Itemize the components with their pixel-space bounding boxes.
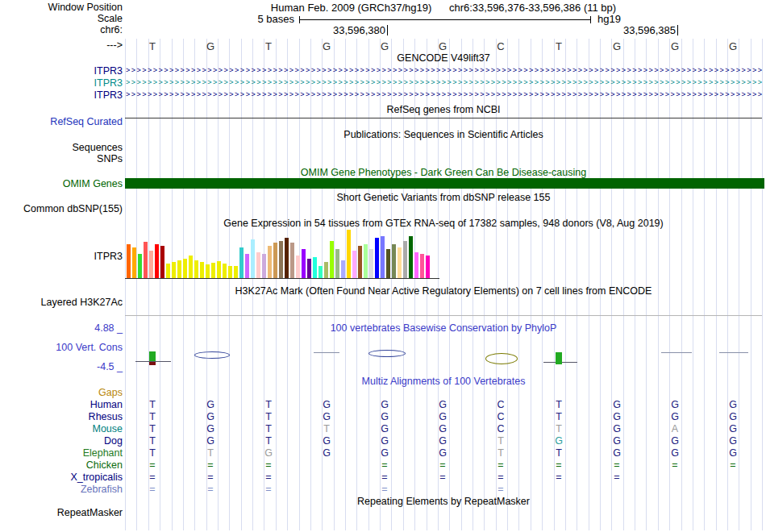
gridline <box>762 39 763 530</box>
track-label-chr[interactable]: chr6: <box>0 24 123 35</box>
gtex-bar <box>160 246 164 278</box>
alignment-base: T <box>149 435 156 447</box>
alignment-base: A <box>672 423 678 435</box>
alignment-base: G <box>729 435 737 447</box>
track-label-phylop-max[interactable]: 4.88 _ <box>0 322 123 334</box>
track-label-rhesus[interactable]: Rhesus <box>0 411 123 422</box>
gtex-bar <box>206 264 210 278</box>
section-title-publications: Publications: Sequences in Scientific Ar… <box>125 129 762 140</box>
gtex-bar <box>234 266 238 278</box>
scale-bar-left-tick <box>299 16 300 23</box>
track-label-vert-cons[interactable]: 100 Vert. Cons <box>0 342 123 353</box>
alignment-base: T <box>149 423 156 435</box>
track-label-direction[interactable]: ---> <box>0 39 123 51</box>
gtex-bar <box>375 238 379 278</box>
track-label-gencode-itpr3-1[interactable]: ITPR3 <box>0 65 123 77</box>
track-label-zebrafish[interactable]: Zebrafish <box>0 484 123 495</box>
ruler-tick-left <box>387 25 388 35</box>
track-label-gaps[interactable]: Gaps <box>0 387 123 398</box>
alignment-base: G <box>555 435 563 447</box>
alignment-base: G <box>323 435 331 447</box>
track-label-mouse[interactable]: Mouse <box>0 423 123 434</box>
gtex-bar <box>386 249 390 278</box>
track-label-x_tropicalis[interactable]: X_tropicalis <box>0 472 123 483</box>
gtex-bar <box>358 246 362 278</box>
phylop-mark <box>368 350 406 357</box>
alignment-base: T <box>149 447 156 459</box>
track-label-scale[interactable]: Scale <box>0 13 123 24</box>
ucsc-genome-browser-image[interactable]: Human Feb. 2009 (GRCh37/hg19) chr6:33,59… <box>0 0 766 532</box>
alignment-base: G <box>381 423 389 435</box>
alignment-base: C <box>497 399 504 411</box>
ruler-base: T <box>265 40 272 52</box>
gtex-bar <box>364 244 368 278</box>
alignment-base: T <box>556 399 562 411</box>
gtex-bar <box>251 239 255 278</box>
alignment-base: = <box>730 459 735 472</box>
gtex-bar <box>302 249 306 278</box>
track-label-snps[interactable]: SNPs <box>0 153 123 164</box>
alignment-base: T <box>556 411 562 423</box>
ruler-base: T <box>556 40 562 52</box>
track-label-chicken[interactable]: Chicken <box>0 459 123 471</box>
track-label-repeatmasker[interactable]: RepeatMasker <box>0 507 123 518</box>
track-label-layered-h3k27ac[interactable]: Layered H3K27Ac <box>0 297 123 308</box>
track-label-human[interactable]: Human <box>0 399 123 410</box>
alignment-base: T <box>556 447 562 459</box>
gtex-bar <box>347 230 351 278</box>
gtex-bar <box>324 262 328 278</box>
alignment-base: = <box>207 459 213 472</box>
alignment-base: G <box>381 411 389 423</box>
gtex-bar <box>335 249 339 278</box>
alignment-base: = <box>497 472 503 484</box>
track-label-refseq-curated[interactable]: RefSeq Curated <box>0 116 123 127</box>
alignment-base: G <box>206 423 214 435</box>
track-label-omim-genes[interactable]: OMIM Genes <box>0 178 123 189</box>
alignment-base: = <box>672 459 677 472</box>
alignment-base: G <box>381 447 389 459</box>
track-label-dog[interactable]: Dog <box>0 435 123 447</box>
ruler-base: G <box>613 40 621 52</box>
gtex-bar <box>245 254 249 278</box>
gencode-transcript-itpr3-2[interactable]: >>>>>>>>>>>>>>>>>>>>>>>>>>>>>>>>>>>>>>>>… <box>126 77 763 88</box>
alignment-base: G <box>671 411 679 423</box>
refseq-transcript-line[interactable] <box>125 118 762 118</box>
gtex-bar <box>217 261 221 278</box>
gtex-bar <box>403 241 407 278</box>
track-label-elephant[interactable]: Elephant <box>0 447 123 459</box>
omim-gene-bar[interactable] <box>125 178 764 189</box>
alignment-base: G <box>206 411 214 423</box>
alignment-base: = <box>265 484 271 496</box>
phylop-mark <box>149 362 156 365</box>
track-label-window-position[interactable]: Window Position <box>0 2 123 13</box>
alignment-base: = <box>207 472 213 484</box>
h3k27ac-baseline <box>125 315 762 316</box>
alignment-base: T <box>265 435 272 447</box>
alignment-base: T <box>265 411 272 423</box>
assembly-label: Human Feb. 2009 (GRCh37/hg19) <box>271 2 431 14</box>
alignment-base: = <box>439 459 445 472</box>
gtex-bar <box>166 264 170 278</box>
gtex-bar <box>211 263 215 278</box>
track-label-phylop-min[interactable]: -4.5 _ <box>0 361 123 372</box>
alignment-base: = <box>556 472 561 484</box>
gtex-bar <box>318 266 323 278</box>
track-label-sequences[interactable]: Sequences <box>0 142 123 153</box>
ruler-base: T <box>149 40 156 52</box>
alignment-base: = <box>149 459 155 472</box>
section-title-repeat: Repeating Elements by RepeatMasker <box>125 496 762 507</box>
alignment-base: = <box>265 459 271 472</box>
section-title-dbsnp: Short Genetic Variants from dbSNP releas… <box>125 192 762 203</box>
track-label-common-dbsnp[interactable]: Common dbSNP(155) <box>0 203 123 214</box>
track-label-gencode-itpr3-2[interactable]: ITPR3 <box>0 77 123 89</box>
gencode-transcript-itpr3-1[interactable]: >>>>>>>>>>>>>>>>>>>>>>>>>>>>>>>>>>>>>>>>… <box>126 65 763 76</box>
gtex-bar <box>409 236 413 278</box>
gtex-bar <box>285 238 289 278</box>
gencode-transcript-itpr3-3[interactable]: >>>>>>>>>>>>>>>>>>>>>>>>>>>>>>>>>>>>>>>>… <box>126 89 763 100</box>
track-label-gtex-itpr3[interactable]: ITPR3 <box>0 251 123 262</box>
track-label-gencode-itpr3-3[interactable]: ITPR3 <box>0 89 123 101</box>
section-title-refseq: RefSeq genes from NCBI <box>125 104 762 115</box>
gtex-bar <box>172 262 176 278</box>
ruler-base: G <box>729 40 737 52</box>
alignment-base: = <box>614 472 619 484</box>
